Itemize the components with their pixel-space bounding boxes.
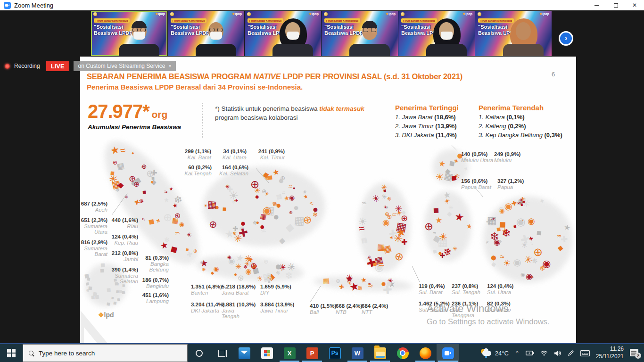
virtual-background-header: ···❖lpdp — [170, 12, 242, 16]
province-label: 81 (0,3%)Bangka Belitung — [131, 255, 169, 273]
province-label: 687 (2,5%)Aceh — [80, 201, 107, 213]
participant-video-thumbnail[interactable]: ···❖lpdpForum Sangar Kemendikbud"Sosiali… — [475, 11, 552, 56]
province-value: 237 (0,8%) — [452, 283, 486, 289]
live-badge[interactable]: LIVE — [46, 61, 69, 71]
weather-widget[interactable]: 24°C — [481, 349, 509, 357]
province-value: 651 (2,3%) — [80, 217, 107, 223]
word-taskbar-button[interactable]: W — [346, 344, 369, 362]
province-value: 186 (0,7%) — [131, 277, 169, 283]
close-button[interactable]: ✕ — [625, 0, 644, 10]
province-value: 327 (1,2%) — [497, 178, 535, 184]
banner-badge: Forum Sangar Kemendikbud — [324, 18, 360, 23]
participant-video-thumbnail[interactable]: ···❖lpdpForum Sangar Kemendikbud"Sosiali… — [245, 11, 321, 56]
province-label: 3.884 (13,9%)Jawa Timur — [260, 302, 300, 313]
clock-time: 11.26 — [610, 346, 624, 352]
banner-badge: Forum Sangar Kemendikbud — [171, 18, 206, 23]
network-indicator[interactable] — [540, 350, 548, 356]
speaker-icon — [554, 350, 561, 356]
participant-video-thumbnail[interactable]: ···❖lpdpForum Sangar Kemendikbud"Sosiali… — [168, 11, 244, 56]
province-name: Jawa Timur — [260, 308, 300, 314]
zoom-app-icon — [4, 2, 11, 9]
province-name: NTT — [362, 309, 390, 315]
tray-expand-button[interactable]: ⌃ — [515, 350, 520, 357]
participant-video-thumbnail[interactable]: ···❖lpdpForum Sangar Kemendikbud"Sosiali… — [91, 11, 167, 56]
participant-face — [516, 22, 531, 40]
province-name: Riau — [110, 223, 138, 230]
province-name: Bangka Belitung — [131, 261, 169, 273]
lpdp-logo: ❖lpd — [98, 311, 114, 319]
province-name: DIY — [260, 290, 298, 296]
store-taskbar-button[interactable] — [256, 344, 278, 362]
province-label: 241 (0,9%)Kal. Timur — [238, 148, 285, 160]
participant-body — [119, 44, 159, 56]
maximize-button[interactable] — [606, 0, 625, 10]
province-name: Lampung — [131, 298, 169, 304]
window-titlebar: Zoom Meeting ✕ — [0, 0, 644, 10]
province-value: 5.218 (18,6%) — [222, 284, 262, 290]
minimize-button[interactable] — [587, 0, 606, 10]
province-name: Aceh — [80, 207, 107, 213]
pen-settings[interactable] — [568, 350, 574, 356]
province-name: Jawa Barat — [222, 290, 262, 296]
word-icon: W — [352, 347, 363, 359]
ministry-name-text: ··· — [252, 13, 254, 15]
cortana-button[interactable] — [188, 344, 210, 362]
video-strip: ···❖lpdpForum Sangar Kemendikbud"Sosiali… — [0, 10, 644, 57]
powerpoint-taskbar-button[interactable]: P — [301, 344, 323, 362]
action-center-button[interactable]: 2 — [630, 349, 639, 357]
province-label: 440 (1,6%)Riau — [110, 217, 138, 229]
taskbar-clock[interactable]: 11.26 25/11/2021 — [596, 346, 624, 360]
virtual-background-header: ···❖lpdp — [478, 12, 549, 16]
taskbar-search-input[interactable]: Type here to search — [23, 344, 188, 362]
background-text-line1: "Sosialisasi — [248, 24, 277, 30]
participant-video-thumbnail[interactable]: ···❖lpdpForum Sangar Kemendikbud"Sosiali… — [398, 11, 475, 56]
photoshop-taskbar-button[interactable]: Ps — [323, 344, 346, 362]
chrome-taskbar-button[interactable] — [391, 344, 414, 362]
province-value: 451 (1,6%) — [131, 292, 169, 298]
virtual-background-header: ···❖lpdp — [247, 12, 319, 16]
volume-control[interactable] — [554, 350, 561, 356]
chevron-down-icon: ▾ — [169, 64, 171, 68]
virtual-background-header: ···❖lpdp — [93, 12, 165, 16]
province-value: 81 (0,3%) — [131, 255, 169, 261]
province-value: 3.884 (13,9%) — [260, 302, 300, 308]
next-participants-button[interactable]: › — [559, 31, 573, 46]
participant-body — [272, 44, 313, 56]
start-button[interactable] — [0, 344, 23, 362]
participant-video-thumbnail[interactable]: ···❖lpdpForum Sangar Kemendikbud"Sosiali… — [322, 11, 398, 56]
stream-service-dropdown[interactable]: on Custom Live Streaming Service ▾ — [74, 61, 176, 71]
glasses-icon — [363, 28, 377, 33]
firefox-taskbar-button[interactable] — [414, 344, 437, 362]
meeting-main-area: Recording LIVE on Custom Live Streaming … — [0, 57, 644, 343]
ministry-name-text: ··· — [483, 13, 485, 15]
province-value: 249 (0,9%) — [494, 151, 532, 157]
province-label: 237 (0,8%)Sul. Tengah — [452, 283, 486, 295]
province-name: Jawa Tengah — [222, 308, 262, 320]
province-name: Papua — [497, 184, 535, 190]
ministry-name-text: ··· — [406, 13, 408, 15]
province-value: 687 (2,5%) — [80, 201, 107, 207]
province-label: 2.881 (10,3%)Jawa Tengah — [222, 302, 262, 320]
chevron-right-icon: › — [565, 33, 568, 43]
presentation-slide: 6 SEBARAN PENERIMA BEASISWA PROGRAM NATI… — [80, 57, 576, 343]
background-text-line1: "Sosialisasi — [401, 24, 430, 30]
participant-body — [349, 44, 390, 56]
province-name: Bengkulu — [131, 283, 169, 289]
zoom-taskbar-button[interactable] — [437, 344, 459, 362]
province-name: Kal. Selatan — [201, 171, 248, 177]
explorer-taskbar-button[interactable] — [369, 344, 391, 362]
province-label: 451 (1,6%)Lampung — [131, 292, 169, 304]
mail-taskbar-button[interactable] — [233, 344, 256, 362]
cortana-icon — [196, 350, 203, 357]
virtual-background-header: ···❖lpdp — [324, 12, 396, 16]
province-name: Sul. Barat — [419, 289, 452, 296]
battery-indicator[interactable] — [526, 350, 534, 356]
excel-taskbar-button[interactable]: X — [278, 344, 301, 362]
background-text-line1: "Sosialisasi — [171, 24, 200, 30]
touch-keyboard-button[interactable] — [580, 350, 590, 356]
task-view-button[interactable] — [210, 344, 233, 362]
wifi-icon — [540, 350, 548, 356]
banner-badge: Forum Sangar Kemendikbud — [248, 18, 283, 23]
excel-icon: X — [284, 347, 296, 359]
province-value: 119 (0,4%) — [419, 283, 452, 289]
